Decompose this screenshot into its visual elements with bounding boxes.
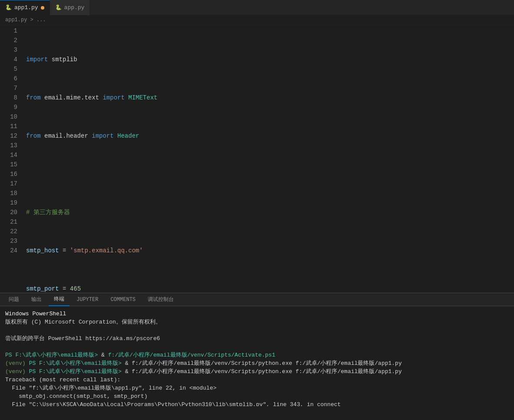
terminal-line-10: File "f:\武卓\小程序\email最终版\app1.py", line … bbox=[5, 384, 509, 392]
python-icon2: 🐍 bbox=[55, 4, 62, 11]
python-icon: 🐍 bbox=[5, 4, 12, 11]
editor-area: 1 2 3 4 5 6 7 8 9 10 11 12 13 14 15 16 1… bbox=[0, 25, 514, 293]
code-line-2: from email.mime.text import MIMEText bbox=[26, 93, 514, 103]
code-line-1: import smtplib bbox=[26, 55, 514, 64]
code-line-3: from email.header import Header bbox=[26, 131, 514, 141]
panel-tab-terminal[interactable]: 终端 bbox=[49, 293, 70, 306]
terminal-line-2: 版权所有 (C) Microsoft Corporation。保留所有权利。 bbox=[5, 318, 509, 326]
code-line-5: # 第三方服务器 bbox=[26, 208, 514, 217]
panel-tab-problems[interactable]: 问题 bbox=[3, 293, 24, 306]
terminal-line-4: 尝试新的跨平台 PowerShell https://aka.ms/pscore… bbox=[5, 334, 509, 343]
terminal-line-11: smtp_obj.connect(smtp_host, smtp_port) bbox=[5, 392, 509, 400]
panel-tab-debug[interactable]: 调试控制台 bbox=[143, 293, 179, 306]
panel-tab-bar: 问题 输出 终端 JUPYTER COMMENTS 调试控制台 bbox=[0, 293, 514, 306]
panel-tab-output[interactable]: 输出 bbox=[26, 293, 47, 306]
terminal-line-3 bbox=[5, 326, 509, 334]
terminal-line-9: Traceback (most recent call last): bbox=[5, 376, 509, 384]
terminal-line-12: File "C:\Users\KSCA\AppData\Local\Progra… bbox=[5, 400, 509, 406]
breadcrumb-text: app1.py > ... bbox=[5, 17, 46, 23]
bottom-panel: 问题 输出 终端 JUPYTER COMMENTS 调试控制台 Windows … bbox=[0, 293, 514, 406]
line-numbers: 1 2 3 4 5 6 7 8 9 10 11 12 13 14 15 16 1… bbox=[0, 25, 21, 293]
terminal-line-5 bbox=[5, 343, 509, 351]
code-line-7: smtp_port = 465 bbox=[26, 284, 514, 293]
modified-dot bbox=[41, 6, 44, 10]
terminal-line-7: (venv) PS F:\武卓\小程序\email最终版> & f:/武卓/小程… bbox=[5, 359, 509, 367]
panel-tab-jupyter[interactable]: JUPYTER bbox=[71, 293, 103, 306]
tab-app2[interactable]: 🐍 app.py bbox=[50, 0, 90, 15]
terminal-content: Windows PowerShell 版权所有 (C) Microsoft Co… bbox=[0, 306, 514, 406]
terminal-line-1: Windows PowerShell bbox=[5, 310, 509, 318]
tab-label-app1: app1.py bbox=[14, 4, 38, 11]
tab-bar: 🐍 app1.py 🐍 app.py bbox=[0, 0, 514, 15]
tab-app1[interactable]: 🐍 app1.py bbox=[0, 0, 50, 15]
panel-tab-comments[interactable]: COMMENTS bbox=[105, 293, 141, 306]
tab-label-app2: app.py bbox=[64, 4, 85, 11]
code-line-4 bbox=[26, 169, 514, 179]
terminal-line-6: PS F:\武卓\小程序\email最终版> & f:/武卓/小程序/email… bbox=[5, 351, 509, 359]
breadcrumb: app1.py > ... bbox=[0, 15, 514, 25]
code-line-6: smtp_host = 'smtp.exmail.qq.com' bbox=[26, 246, 514, 255]
code-editor[interactable]: import smtplib from email.mime.text impo… bbox=[21, 25, 514, 293]
terminal-line-8: (venv) PS F:\武卓\小程序\email最终版> & f:/武卓/小程… bbox=[5, 367, 509, 376]
